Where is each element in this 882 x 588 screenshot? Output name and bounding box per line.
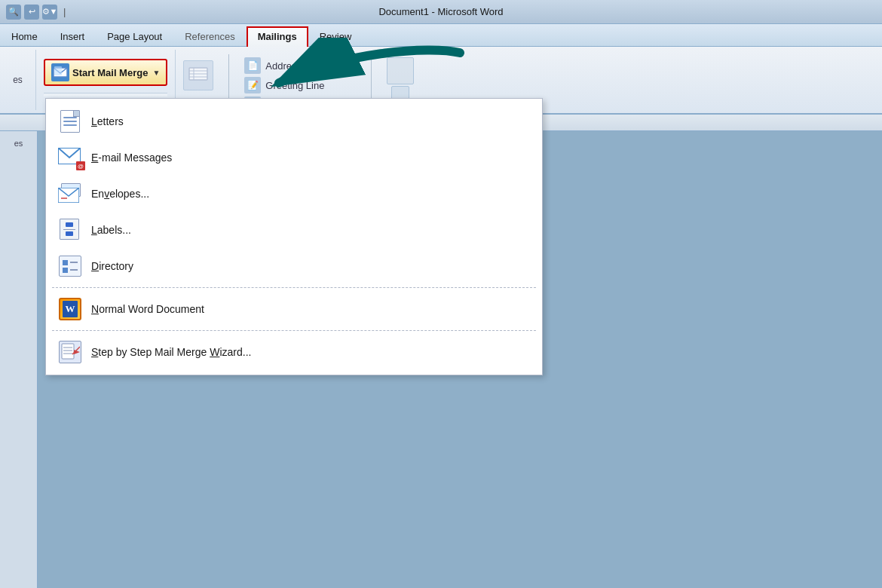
doc-line-1: [63, 117, 77, 118]
normal-word-label: Normal Word Document: [91, 303, 204, 315]
greeting-line-label: Greeting Line: [265, 80, 324, 91]
greeting-line-icon: 📝: [244, 77, 261, 93]
select-recipients-button[interactable]: [183, 60, 213, 90]
recipients-svg: [188, 65, 209, 86]
mail-merge-button-icon: [51, 63, 69, 81]
labels-label: Labels...: [91, 224, 131, 236]
email-label: E-mail Messages: [91, 152, 172, 164]
labels-icon: [58, 218, 82, 242]
label-icon-2: [66, 231, 73, 236]
dropdown-item-wizard[interactable]: Step by Step Mail Merge Wizard...: [46, 334, 542, 370]
envelopes-icon: [58, 182, 82, 206]
svg-rect-1: [54, 66, 62, 75]
dropdown-item-letters[interactable]: Letters: [46, 103, 542, 139]
dropdown-item-envelopes[interactable]: Envelopes...: [46, 176, 542, 212]
start-mail-merge-dropdown-arrow: ▼: [152, 69, 160, 77]
customize-qat-icon[interactable]: ⚙▼: [42, 5, 57, 20]
normal-word-icon: W: [58, 297, 82, 321]
doc-corner: [73, 111, 79, 117]
start-mail-merge-button[interactable]: Start Mail Merge ▼: [44, 59, 167, 86]
tab-references[interactable]: References: [173, 26, 246, 47]
dir-square-1: [63, 260, 68, 265]
letters-label: Letters: [91, 115, 124, 127]
label-sheet: [60, 219, 79, 240]
separator-1: [52, 287, 536, 288]
title-bar: 🔍 ↩ ⚙▼ | Document1 - Microsoft Word: [0, 0, 882, 24]
word-w-letter: W: [63, 301, 78, 317]
directory-label: Directory: [91, 260, 133, 272]
letters-icon: [58, 109, 82, 133]
wizard-label: Step by Step Mail Merge Wizard...: [91, 346, 251, 358]
dropdown-item-email[interactable]: @ E-mail Messages: [46, 139, 542, 176]
address-block-label: Address Block: [265, 60, 328, 72]
select-recipients-icon: [183, 60, 213, 90]
label-icon-1: [66, 222, 73, 227]
wizard-shape: [59, 341, 81, 363]
envelopes-label: Envelopes...: [91, 188, 149, 200]
tab-review[interactable]: Review: [308, 26, 363, 47]
dir-row-2: [63, 268, 78, 273]
directory-icon: [58, 254, 82, 278]
word-w-shape: W: [59, 298, 81, 320]
ribbon-tabs: Home Insert Page Layout References Maili…: [0, 24, 882, 47]
mail-merge-svg-icon: [53, 65, 68, 80]
quick-access-toolbar[interactable]: 🔍 ↩ ⚙▼ |: [6, 5, 69, 20]
email-icon: @: [58, 145, 82, 170]
sidebar-scroll-label: es: [0, 131, 38, 588]
dropdown-item-directory[interactable]: Directory: [46, 248, 542, 284]
separator-2: [52, 330, 536, 331]
tab-mailings[interactable]: Mailings: [247, 26, 308, 47]
wizard-icon: [58, 340, 82, 364]
address-block-icon: 📄: [244, 57, 261, 74]
doc-line-2: [63, 121, 77, 122]
ribbon-group-label: [44, 93, 167, 96]
email-badge: @: [76, 161, 85, 170]
tab-page-layout[interactable]: Page Layout: [96, 26, 173, 47]
tab-insert[interactable]: Insert: [49, 26, 96, 47]
window-title: Document1 - Microsoft Word: [378, 6, 503, 17]
greeting-line-button[interactable]: 📝 Greeting Line: [244, 77, 356, 93]
dir-line-1: [70, 262, 78, 263]
doc-line-3: [63, 124, 77, 126]
address-block-button[interactable]: 📄 Address Block: [244, 57, 356, 74]
preview-results-icon: [387, 57, 414, 84]
envelope-front-svg: [58, 188, 79, 203]
label-divider: [63, 229, 75, 230]
wizard-svg: [60, 342, 80, 362]
svg-rect-11: [62, 344, 74, 359]
search-icon[interactable]: 🔍: [6, 5, 21, 20]
dir-line-2: [70, 269, 78, 271]
start-mail-merge-dropdown: Letters @ E-mail Messages: [45, 98, 543, 375]
tab-home[interactable]: Home: [0, 26, 49, 47]
undo-icon[interactable]: ↩: [24, 5, 39, 20]
dir-row-1: [63, 260, 78, 265]
sidebar-text: es: [14, 139, 23, 148]
dropdown-item-normal-word[interactable]: W Normal Word Document: [46, 291, 542, 327]
directory-shape: [59, 256, 81, 277]
dropdown-item-labels[interactable]: Labels...: [46, 212, 542, 248]
ribbon-left-label: es: [0, 50, 36, 110]
dir-square-2: [63, 268, 68, 273]
start-mail-merge-label: Start Mail Merge: [72, 67, 148, 78]
